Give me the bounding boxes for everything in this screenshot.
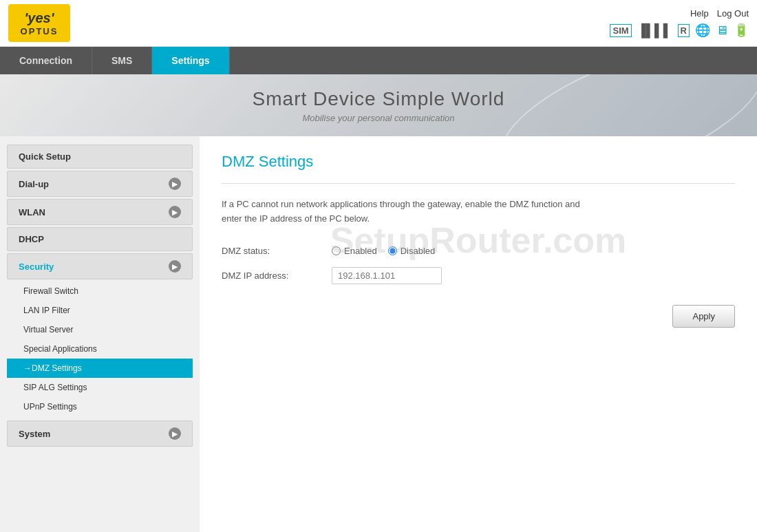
nav-sms[interactable]: SMS (92, 47, 152, 74)
sidebar-subitem-virtual-server[interactable]: Virtual Server (7, 320, 193, 339)
security-arrow-icon: ▶ (169, 260, 181, 273)
nav-settings[interactable]: Settings (152, 47, 229, 74)
battery-icon: 🔋 (734, 23, 749, 38)
enabled-option[interactable]: Enabled (332, 246, 377, 256)
enabled-label: Enabled (344, 246, 377, 256)
status-icons-bar: SIM ▐▌▌▌ R 🌐 🖥 🔋 (610, 23, 749, 38)
sidebar-subitem-dmz-settings[interactable]: →DMZ Settings (7, 359, 193, 378)
dmz-ip-row: DMZ IP address: (222, 267, 735, 284)
top-bar: 'yes' OPTUS Help Log Out SIM ▐▌▌▌ R 🌐 🖥 … (0, 0, 757, 47)
sidebar-item-wlan[interactable]: WLAN ▶ (7, 199, 193, 225)
wlan-arrow-icon: ▶ (169, 206, 181, 218)
sidebar-item-dhcp[interactable]: DHCP (7, 227, 193, 251)
sidebar-subitem-firewall-switch[interactable]: Firewall Switch (7, 281, 193, 301)
globe-icon: 🌐 (695, 23, 710, 38)
disabled-option[interactable]: Disabled (388, 246, 436, 256)
top-right: Help Log Out SIM ▐▌▌▌ R 🌐 🖥 🔋 (610, 8, 749, 38)
description-line1: If a PC cannot run network applications … (222, 199, 580, 209)
sim-icon: SIM (610, 24, 631, 37)
sidebar-item-quick-setup[interactable]: Quick Setup (7, 145, 193, 169)
top-links: Help Log Out (690, 8, 749, 19)
dmz-status-label: DMZ status: (222, 246, 332, 256)
content-area: DMZ Settings If a PC cannot run network … (200, 136, 757, 532)
sidebar-subitem-sip-alg-settings[interactable]: SIP ALG Settings (7, 378, 193, 397)
title-divider (222, 183, 735, 184)
sidebar-item-security[interactable]: Security ▶ (7, 253, 193, 279)
description-line2: enter the IP address of the PC below. (222, 213, 370, 224)
sidebar-item-dialup[interactable]: Dial-up ▶ (7, 171, 193, 197)
dmz-status-radio-group: Enabled Disabled (332, 246, 435, 256)
main-layout: Quick Setup Dial-up ▶ WLAN ▶ DHCP Securi… (0, 136, 757, 532)
content-wrapper: DMZ Settings If a PC cannot run network … (222, 153, 735, 328)
disabled-label: Disabled (401, 246, 436, 256)
signal-icon: ▐▌▌▌ (637, 23, 672, 38)
nav-bar: Connection SMS Settings (0, 47, 757, 74)
sidebar-subitem-special-applications[interactable]: Special Applications (7, 339, 193, 359)
sidebar-subitem-lan-ip-filter[interactable]: LAN IP Filter (7, 301, 193, 320)
logout-link[interactable]: Log Out (717, 8, 749, 19)
hero-title: Smart Device Simple World (253, 88, 505, 110)
dmz-status-row: DMZ status: Enabled Disabled (222, 246, 735, 256)
dmz-ip-label: DMZ IP address: (222, 270, 332, 281)
dialup-arrow-icon: ▶ (169, 178, 181, 190)
nav-connection[interactable]: Connection (0, 47, 92, 74)
hero-subtitle: Mobilise your personal communication (302, 113, 454, 123)
logo: 'yes' OPTUS (8, 4, 70, 42)
enabled-radio[interactable] (332, 246, 341, 255)
disabled-radio[interactable] (388, 246, 397, 255)
logo-yes-text: 'yes' (25, 10, 54, 26)
page-title: DMZ Settings (222, 153, 735, 171)
help-link[interactable]: Help (690, 8, 709, 19)
display-icon: 🖥 (716, 23, 728, 38)
hero-banner: Smart Device Simple World Mobilise your … (0, 74, 757, 136)
sidebar: Quick Setup Dial-up ▶ WLAN ▶ DHCP Securi… (0, 136, 200, 532)
description: If a PC cannot run network applications … (222, 198, 735, 226)
system-arrow-icon: ▶ (169, 427, 181, 440)
apply-row: Apply (222, 305, 735, 328)
roaming-icon: R (678, 24, 690, 37)
dmz-ip-input[interactable] (332, 267, 442, 284)
sidebar-subitem-upnp-settings[interactable]: UPnP Settings (7, 397, 193, 416)
apply-button[interactable]: Apply (672, 305, 735, 328)
sidebar-item-system[interactable]: System ▶ (7, 421, 193, 447)
logo-optus-text: OPTUS (21, 26, 58, 36)
